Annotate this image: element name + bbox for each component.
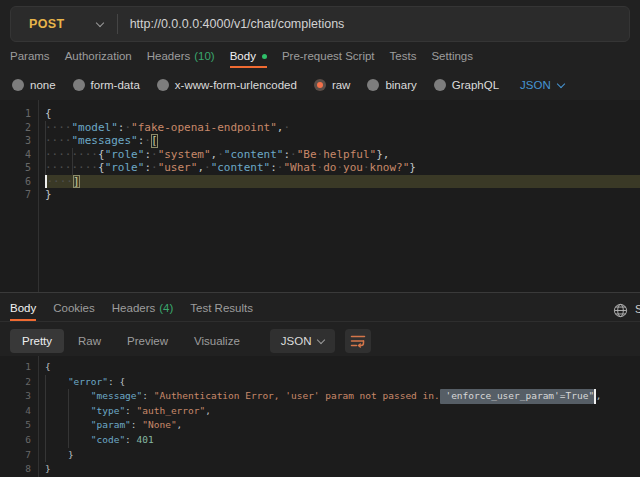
line-content: {: [45, 360, 640, 375]
code-token: ·: [151, 161, 158, 175]
code-token: :: [142, 389, 153, 404]
code-line[interactable]: 2····"model":·"fake-openai-endpoint",·: [0, 121, 640, 135]
code-line[interactable]: 8}: [0, 462, 640, 477]
code-line[interactable]: 1{: [0, 107, 640, 121]
url-input[interactable]: http://0.0.0.0:4000/v1/chat/completions: [130, 17, 345, 31]
code-token: [68, 433, 91, 448]
tab-headers[interactable]: Headers(10): [147, 46, 215, 68]
code-line[interactable]: 2 "error": {: [0, 375, 640, 390]
tab-label: Body: [10, 302, 36, 314]
code-token: [68, 404, 91, 419]
code-token: {: [98, 161, 105, 175]
response-tab-test-results[interactable]: Test Results: [190, 296, 253, 321]
body-type-none[interactable]: none: [12, 79, 56, 91]
unsaved-dot-icon: [262, 54, 267, 59]
wrap-text-icon: [350, 334, 366, 348]
response-body-editor[interactable]: 1{2 "error": {3 "message": "Authenticati…: [0, 356, 640, 477]
tab-pre-request-script[interactable]: Pre-request Script: [282, 46, 375, 68]
body-type-graphql[interactable]: GraphQL: [434, 79, 499, 91]
code-token: :: [125, 433, 136, 448]
code-token: helpful": [323, 148, 376, 162]
code-token: {: [119, 375, 125, 390]
response-language-dropdown[interactable]: JSON: [270, 329, 336, 353]
code-line[interactable]: 5········{"role":·"user",·"content":·"Wh…: [0, 161, 640, 175]
code-line[interactable]: 3····"messages":·[: [0, 134, 640, 148]
code-token: :: [118, 121, 125, 135]
response-view-toolbar: PrettyRawPreviewVisualize JSON: [10, 329, 371, 353]
request-body-editor[interactable]: 1{2····"model":·"fake-openai-endpoint",·…: [0, 100, 640, 292]
response-tab-cookies[interactable]: Cookies: [53, 296, 95, 321]
line-content: "code": 401: [45, 433, 640, 448]
code-token: "None": [142, 418, 176, 433]
code-line[interactable]: 6····]: [0, 175, 640, 189]
tab-params[interactable]: Params: [10, 46, 50, 68]
line-content: ········{"role":·"system",·"content":·"B…: [45, 148, 640, 162]
code-token: },: [376, 148, 389, 162]
wrap-text-button[interactable]: [345, 329, 371, 353]
code-token: ····: [45, 121, 72, 135]
code-token: "model": [72, 121, 118, 135]
body-type-form-data[interactable]: form-data: [73, 79, 140, 91]
code-token: {: [45, 360, 51, 375]
tab-count: (4): [159, 302, 173, 314]
tab-tests[interactable]: Tests: [390, 46, 417, 68]
body-type-label: none: [30, 79, 56, 91]
code-token: ····: [45, 148, 72, 162]
code-line[interactable]: 1{: [0, 360, 640, 375]
code-token: ·: [336, 161, 343, 175]
code-line[interactable]: 4········{"role":·"system",·"content":·"…: [0, 148, 640, 162]
code-line[interactable]: 3 "message": "Authentication Error, 'use…: [0, 389, 640, 404]
code-token: [: [151, 134, 158, 148]
code-token: ····: [72, 148, 99, 162]
line-content: "message": "Authentication Error, 'user'…: [45, 389, 640, 404]
code-line[interactable]: 5 "param": "None",: [0, 418, 640, 433]
radio-icon: [434, 79, 446, 91]
line-number: 2: [0, 375, 31, 390]
body-type-binary[interactable]: binary: [367, 79, 416, 91]
body-type-raw[interactable]: raw: [314, 79, 351, 91]
globe-icon[interactable]: [613, 303, 628, 318]
tab-label: Headers: [112, 302, 155, 314]
code-token: :: [138, 134, 145, 148]
raw-language-dropdown[interactable]: JSON: [520, 79, 564, 91]
body-type-label: x-www-form-urlencoded: [175, 79, 297, 91]
code-token: :: [283, 148, 290, 162]
code-token: "message": [91, 389, 142, 404]
code-line[interactable]: 7 }: [0, 448, 640, 463]
code-token: [68, 418, 91, 433]
code-token: "error": [68, 375, 108, 390]
code-token: ·: [144, 134, 151, 148]
line-number: 3: [0, 389, 31, 404]
line-number: 4: [0, 148, 31, 162]
tab-label: Body: [230, 50, 256, 62]
view-preview[interactable]: Preview: [115, 329, 180, 353]
code-token: ]: [73, 175, 80, 189]
tab-body[interactable]: Body: [230, 46, 267, 68]
response-tab-headers[interactable]: Headers(4): [112, 296, 174, 321]
code-line[interactable]: 4 "type": "auth_error",: [0, 404, 640, 419]
radio-icon: [367, 79, 379, 91]
body-type-selector: noneform-datax-www-form-urlencodedrawbin…: [12, 74, 640, 96]
line-content: {: [45, 107, 640, 121]
tab-settings[interactable]: Settings: [431, 46, 473, 68]
tab-authorization[interactable]: Authorization: [65, 46, 132, 68]
response-tab-body[interactable]: Body: [10, 296, 36, 321]
tab-label: Test Results: [190, 302, 253, 314]
view-visualize[interactable]: Visualize: [182, 329, 252, 353]
view-raw[interactable]: Raw: [66, 329, 113, 353]
code-line[interactable]: 7}: [0, 188, 640, 202]
code-token: "user": [158, 161, 198, 175]
code-token: ·: [317, 161, 324, 175]
line-number: 4: [0, 404, 31, 419]
pane-divider[interactable]: [0, 292, 640, 293]
line-content: }: [45, 188, 640, 202]
code-line[interactable]: 6 "code": 401: [0, 433, 640, 448]
line-number: 3: [0, 134, 31, 148]
line-content: "error": {: [45, 375, 640, 390]
method-dropdown[interactable]: POST: [11, 17, 117, 31]
code-token: }: [68, 448, 74, 463]
view-pretty[interactable]: Pretty: [10, 329, 64, 353]
code-token: ····: [45, 134, 72, 148]
code-token: [45, 448, 68, 463]
body-type-x-www-form-urlencoded[interactable]: x-www-form-urlencoded: [157, 79, 297, 91]
